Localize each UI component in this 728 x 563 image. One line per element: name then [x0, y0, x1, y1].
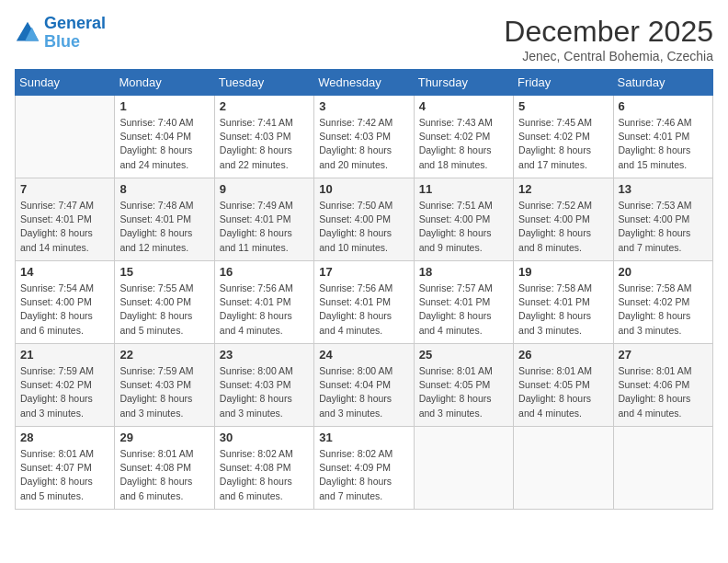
calendar-cell: 27Sunrise: 8:01 AM Sunset: 4:06 PM Dayli… — [613, 344, 712, 427]
day-info: Sunrise: 8:02 AM Sunset: 4:09 PM Dayligh… — [319, 447, 408, 503]
calendar-cell: 16Sunrise: 7:56 AM Sunset: 4:01 PM Dayli… — [214, 261, 313, 344]
calendar-subtitle: Jenec, Central Bohemia, Czechia — [504, 49, 713, 63]
day-info: Sunrise: 7:51 AM Sunset: 4:00 PM Dayligh… — [419, 199, 508, 255]
calendar-title: December 2025 — [504, 15, 713, 49]
day-number: 23 — [220, 348, 309, 362]
day-info: Sunrise: 7:41 AM Sunset: 4:03 PM Dayligh… — [220, 116, 309, 172]
header-wednesday: Wednesday — [314, 70, 414, 96]
day-info: Sunrise: 7:57 AM Sunset: 4:01 PM Dayligh… — [419, 282, 508, 338]
week-row-3: 14Sunrise: 7:54 AM Sunset: 4:00 PM Dayli… — [16, 261, 713, 344]
day-number: 8 — [119, 182, 209, 196]
day-info: Sunrise: 7:58 AM Sunset: 4:01 PM Dayligh… — [518, 282, 608, 338]
day-number: 28 — [20, 431, 109, 444]
logo: GeneralBlue — [15, 15, 106, 52]
logo-text: GeneralBlue — [44, 15, 106, 52]
calendar-cell: 1Sunrise: 7:40 AM Sunset: 4:04 PM Daylig… — [115, 96, 214, 178]
calendar-cell: 18Sunrise: 7:57 AM Sunset: 4:01 PM Dayli… — [414, 261, 513, 344]
calendar-cell: 11Sunrise: 7:51 AM Sunset: 4:00 PM Dayli… — [414, 178, 513, 261]
day-number: 24 — [319, 348, 408, 362]
title-area: December 2025 Jenec, Central Bohemia, Cz… — [504, 15, 713, 63]
day-number: 10 — [319, 182, 408, 196]
day-info: Sunrise: 7:59 AM Sunset: 4:03 PM Dayligh… — [119, 364, 209, 420]
day-number: 7 — [20, 182, 109, 196]
header-friday: Friday — [514, 70, 613, 96]
week-row-4: 21Sunrise: 7:59 AM Sunset: 4:02 PM Dayli… — [16, 344, 713, 427]
calendar-cell: 3Sunrise: 7:42 AM Sunset: 4:03 PM Daylig… — [314, 96, 414, 178]
calendar-cell: 15Sunrise: 7:55 AM Sunset: 4:00 PM Dayli… — [115, 261, 214, 344]
header-saturday: Saturday — [613, 70, 712, 96]
header-tuesday: Tuesday — [214, 70, 313, 96]
logo-icon — [15, 20, 40, 46]
calendar-cell: 21Sunrise: 7:59 AM Sunset: 4:02 PM Dayli… — [16, 344, 115, 427]
calendar-cell — [613, 427, 712, 510]
day-info: Sunrise: 8:01 AM Sunset: 4:06 PM Dayligh… — [619, 364, 708, 420]
day-info: Sunrise: 8:01 AM Sunset: 4:07 PM Dayligh… — [20, 447, 109, 503]
day-info: Sunrise: 7:47 AM Sunset: 4:01 PM Dayligh… — [20, 199, 109, 255]
calendar-cell: 2Sunrise: 7:41 AM Sunset: 4:03 PM Daylig… — [214, 96, 313, 178]
day-number: 22 — [119, 348, 209, 362]
header-thursday: Thursday — [414, 70, 513, 96]
day-info: Sunrise: 7:43 AM Sunset: 4:02 PM Dayligh… — [419, 116, 508, 172]
day-info: Sunrise: 8:01 AM Sunset: 4:05 PM Dayligh… — [419, 364, 508, 420]
day-info: Sunrise: 8:00 AM Sunset: 4:03 PM Dayligh… — [220, 364, 309, 420]
day-info: Sunrise: 7:46 AM Sunset: 4:01 PM Dayligh… — [619, 116, 708, 172]
calendar-cell: 12Sunrise: 7:52 AM Sunset: 4:00 PM Dayli… — [514, 178, 613, 261]
day-number: 15 — [119, 265, 209, 279]
calendar-cell: 22Sunrise: 7:59 AM Sunset: 4:03 PM Dayli… — [115, 344, 214, 427]
day-info: Sunrise: 7:42 AM Sunset: 4:03 PM Dayligh… — [319, 116, 408, 172]
day-number: 14 — [20, 265, 109, 279]
day-info: Sunrise: 7:52 AM Sunset: 4:00 PM Dayligh… — [518, 199, 608, 255]
day-number: 1 — [119, 99, 209, 113]
calendar-cell: 7Sunrise: 7:47 AM Sunset: 4:01 PM Daylig… — [16, 178, 115, 261]
day-info: Sunrise: 7:53 AM Sunset: 4:00 PM Dayligh… — [619, 199, 708, 255]
day-info: Sunrise: 8:00 AM Sunset: 4:04 PM Dayligh… — [319, 364, 408, 420]
day-info: Sunrise: 7:50 AM Sunset: 4:00 PM Dayligh… — [319, 199, 408, 255]
day-info: Sunrise: 8:01 AM Sunset: 4:05 PM Dayligh… — [518, 364, 608, 420]
page-header: GeneralBlue December 2025 Jenec, Central… — [15, 15, 713, 63]
day-info: Sunrise: 7:40 AM Sunset: 4:04 PM Dayligh… — [119, 116, 209, 172]
day-number: 2 — [220, 99, 309, 113]
day-number: 27 — [619, 348, 708, 362]
day-info: Sunrise: 7:48 AM Sunset: 4:01 PM Dayligh… — [119, 199, 209, 255]
day-info: Sunrise: 8:02 AM Sunset: 4:08 PM Dayligh… — [220, 447, 309, 503]
calendar-cell: 31Sunrise: 8:02 AM Sunset: 4:09 PM Dayli… — [314, 427, 414, 510]
day-number: 13 — [619, 182, 708, 196]
day-number: 29 — [119, 431, 209, 444]
day-number: 21 — [20, 348, 109, 362]
day-info: Sunrise: 7:59 AM Sunset: 4:02 PM Dayligh… — [20, 364, 109, 420]
calendar-cell — [414, 427, 513, 510]
header-sunday: Sunday — [16, 70, 115, 96]
calendar-cell: 24Sunrise: 8:00 AM Sunset: 4:04 PM Dayli… — [314, 344, 414, 427]
day-info: Sunrise: 7:49 AM Sunset: 4:01 PM Dayligh… — [220, 199, 309, 255]
calendar-cell: 23Sunrise: 8:00 AM Sunset: 4:03 PM Dayli… — [214, 344, 313, 427]
day-number: 6 — [619, 99, 708, 113]
day-number: 5 — [518, 99, 608, 113]
calendar-cell — [16, 96, 115, 178]
day-info: Sunrise: 8:01 AM Sunset: 4:08 PM Dayligh… — [119, 447, 209, 503]
day-number: 17 — [319, 265, 408, 279]
calendar-cell: 29Sunrise: 8:01 AM Sunset: 4:08 PM Dayli… — [115, 427, 214, 510]
week-row-1: 1Sunrise: 7:40 AM Sunset: 4:04 PM Daylig… — [16, 96, 713, 178]
days-header-row: SundayMondayTuesdayWednesdayThursdayFrid… — [16, 70, 713, 96]
calendar-cell — [514, 427, 613, 510]
day-number: 4 — [419, 99, 508, 113]
day-number: 12 — [518, 182, 608, 196]
day-number: 25 — [419, 348, 508, 362]
calendar-cell: 6Sunrise: 7:46 AM Sunset: 4:01 PM Daylig… — [613, 96, 712, 178]
day-info: Sunrise: 7:56 AM Sunset: 4:01 PM Dayligh… — [319, 282, 408, 338]
day-number: 19 — [518, 265, 608, 279]
week-row-2: 7Sunrise: 7:47 AM Sunset: 4:01 PM Daylig… — [16, 178, 713, 261]
day-number: 30 — [220, 431, 309, 444]
calendar-cell: 13Sunrise: 7:53 AM Sunset: 4:00 PM Dayli… — [613, 178, 712, 261]
calendar-cell: 14Sunrise: 7:54 AM Sunset: 4:00 PM Dayli… — [16, 261, 115, 344]
day-info: Sunrise: 7:45 AM Sunset: 4:02 PM Dayligh… — [518, 116, 608, 172]
calendar-cell: 25Sunrise: 8:01 AM Sunset: 4:05 PM Dayli… — [414, 344, 513, 427]
calendar-cell: 26Sunrise: 8:01 AM Sunset: 4:05 PM Dayli… — [514, 344, 613, 427]
day-number: 11 — [419, 182, 508, 196]
calendar-cell: 10Sunrise: 7:50 AM Sunset: 4:00 PM Dayli… — [314, 178, 414, 261]
calendar-cell: 17Sunrise: 7:56 AM Sunset: 4:01 PM Dayli… — [314, 261, 414, 344]
day-info: Sunrise: 7:56 AM Sunset: 4:01 PM Dayligh… — [220, 282, 309, 338]
day-number: 3 — [319, 99, 408, 113]
day-number: 18 — [419, 265, 508, 279]
day-number: 26 — [518, 348, 608, 362]
